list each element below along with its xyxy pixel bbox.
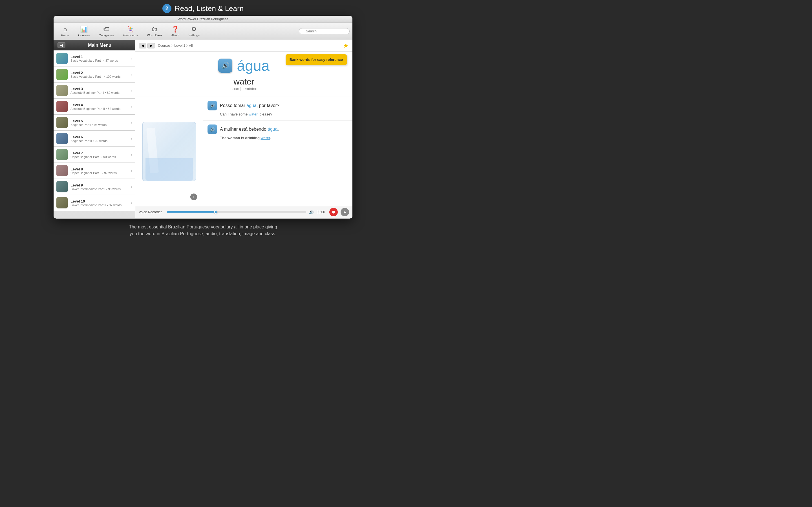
level-desc-8: Upper Beginner Part II • 97 words [70,171,128,175]
sentence-2-highlight: água [267,127,278,131]
level-thumb-4 [56,101,68,112]
record-button[interactable] [329,208,338,216]
sidebar-level-10[interactable]: Level 10 Lower Intermediate Part II • 97… [54,195,135,211]
chevron-icon-5: › [131,120,132,125]
sound-waves-icon: 🔊 [309,210,314,214]
level-thumb-6 [56,133,68,144]
level-name-2: Level 2 [70,71,128,75]
app-title: Read, Listen & Learn [175,4,244,13]
level-info-8: Level 8 Upper Beginner Part II • 97 word… [70,167,128,175]
tagline-line2: you the word in Brazilian Portuguese, au… [130,231,276,236]
tagline-line1: The most essential Brazilian Portuguese … [129,224,277,229]
nav-wordbank-label: Word Bank [147,34,162,37]
nav-settings-label: Settings [188,34,200,37]
nav-flashcards[interactable]: 🃏 Flashcards [118,24,143,38]
chevron-icon-3: › [131,88,132,93]
word-audio-button[interactable]: 🔊 [218,59,232,73]
level-name-8: Level 8 [70,167,128,171]
level-name-9: Level 9 [70,183,128,187]
chevron-icon-4: › [131,104,132,109]
sentence-1-audio[interactable]: 🔊 [207,101,217,110]
sentence-1-pt-row: 🔊 Posso tomar água, por favor? [207,101,348,110]
progress-track[interactable] [167,211,306,213]
prev-arrow[interactable]: ◀ [139,43,146,48]
level-thumb-8 [56,165,68,176]
sidebar-level-1[interactable]: Level 1 Basic Vocabulary Part I • 87 wor… [54,50,135,66]
level-name-4: Level 4 [70,103,128,107]
nav-about[interactable]: ❓ About [167,24,184,38]
back-button[interactable]: ◀ [57,42,65,48]
progress-fill [167,211,216,213]
nav-home-label: Home [61,34,69,37]
chevron-icon-9: › [131,184,132,189]
level-name-6: Level 6 [70,135,128,139]
level-thumb-1 [56,53,68,64]
wordbank-icon: 🗂 [151,25,158,33]
sidebar-level-2[interactable]: Level 2 Basic Vocabulary Part II • 100 w… [54,66,135,82]
nav-categories-label: Categories [99,34,114,37]
nav-courses-label: Courses [78,34,90,37]
search-input[interactable] [299,28,350,34]
image-panel: + [135,97,203,206]
level-desc-10: Lower Intermediate Part II • 97 words [70,203,128,207]
favorite-button[interactable]: ★ [343,42,349,50]
word-pos: noun | feminine [231,87,257,91]
nav-arrows: ◀ ▶ [139,43,155,48]
nav-toolbar: ⌂ Home 📊 Courses 🏷 Categories 🃏 Flashcar… [54,23,352,40]
chevron-icon-2: › [131,72,132,76]
level-thumb-7 [56,149,68,160]
level-name-5: Level 5 [70,119,128,123]
settings-icon: ⚙ [191,25,197,33]
zoom-button[interactable]: + [190,193,197,200]
progress-handle [214,210,217,214]
sidebar-level-5[interactable]: Level 5 Beginner Part I • 96 words › [54,115,135,131]
chevron-icon-8: › [131,168,132,173]
nav-categories[interactable]: 🏷 Categories [94,24,118,38]
level-desc-9: Lower Intermediate Part I • 98 words [70,187,128,191]
home-icon: ⌂ [63,25,67,33]
level-desc-2: Basic Vocabulary Part II • 100 words [70,75,128,78]
sentence-1-pt-text: Posso tomar água, por favor? [220,103,280,108]
level-name-3: Level 3 [70,87,128,91]
sidebar-level-6[interactable]: Level 6 Beginner Part II • 99 words › [54,131,135,147]
bank-tooltip[interactable]: Bank words for easy reference [286,54,347,65]
sidebar-level-9[interactable]: Level 9 Lower Intermediate Part I • 98 w… [54,179,135,195]
chevron-icon-6: › [131,136,132,141]
level-info-2: Level 2 Basic Vocabulary Part II • 100 w… [70,71,128,78]
level-info-4: Level 4 Absolute Beginner Part II • 82 w… [70,103,128,110]
nav-courses[interactable]: 📊 Courses [73,24,94,38]
sentence-2-pt-text: A mulher está bebendo água. [220,127,279,132]
sidebar-level-4[interactable]: Level 4 Absolute Beginner Part II • 82 w… [54,99,135,115]
main-content: ◀ Main Menu Level 1 Basic Vocabulary Par… [54,40,352,218]
level-thumb-5 [56,117,68,128]
speaker-icon: 🔊 [221,62,229,69]
sidebar-title: Main Menu [68,43,131,48]
sidebar-header: ◀ Main Menu [54,40,135,50]
nav-wordbank[interactable]: 🗂 Word Bank [142,24,167,38]
about-icon: ❓ [171,25,179,33]
play-button[interactable]: ▶ [341,208,349,216]
examples-area: + 🔊 Posso tomar água, por favor? [135,97,352,206]
nav-home[interactable]: ⌂ Home [56,24,73,38]
sentence-1-highlight: água [246,103,257,108]
level-info-1: Level 1 Basic Vocabulary Part I • 87 wor… [70,55,128,62]
sidebar-level-3[interactable]: Level 3 Absolute Beginner Part I • 89 wo… [54,82,135,99]
chevron-icon-1: › [131,56,132,61]
sidebar: ◀ Main Menu Level 1 Basic Vocabulary Par… [54,40,135,218]
level-info-3: Level 3 Absolute Beginner Part I • 89 wo… [70,87,128,94]
window-titlebar: Word Power Brazilian Portuguese [54,16,352,23]
level-thumb-2 [56,69,68,80]
level-name-1: Level 1 [70,55,128,59]
sidebar-level-8[interactable]: Level 8 Upper Beginner Part II • 97 word… [54,163,135,179]
next-arrow[interactable]: ▶ [147,43,155,48]
chevron-icon-7: › [131,152,132,157]
nav-about-label: About [171,34,180,37]
recorder-label: Voice Recorder [139,210,164,214]
word-row: 🔊 água [218,57,269,74]
bottom-tagline: The most essential Brazilian Portuguese … [0,219,406,240]
top-header: 2 Read, Listen & Learn [0,0,406,16]
nav-settings[interactable]: ⚙ Settings [184,24,204,38]
sidebar-level-7[interactable]: Level 7 Upper Beginner Part I • 90 words… [54,147,135,163]
window-title: Word Power Brazilian Portuguese [177,17,229,21]
sentence-2-audio[interactable]: 🔊 [207,124,217,134]
